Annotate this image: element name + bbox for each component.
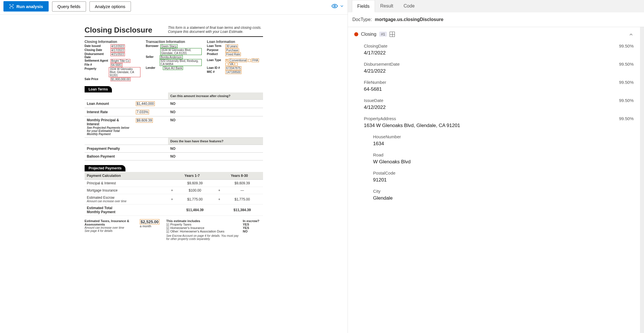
document-page: Closing Disclosure This form is a statem…: [76, 18, 272, 243]
answer: NO: [168, 108, 263, 116]
field-confidence: 99.50%: [619, 116, 634, 121]
fields-list[interactable]: Closing #1 ClosingDate99.50%4/17/2022Dis…: [348, 27, 640, 333]
results-pane: Fields Result Code DocType: mortgage.us.…: [348, 0, 644, 333]
field-label: FileNumber: [364, 80, 386, 85]
purpose-value: Purchase: [225, 48, 239, 52]
label: Sale Price: [85, 77, 109, 81]
field-value: 4/12/2022: [364, 105, 634, 110]
toolbar: Run analysis Query fields Analyze option…: [0, 0, 348, 15]
label: Lender: [146, 66, 161, 69]
visibility-chevron-icon[interactable]: [340, 4, 344, 9]
doctype-bar: DocType: mortgage.us.closingDisclosure: [348, 12, 644, 27]
doc-title: Closing Disclosure: [85, 26, 153, 35]
loan-amount-value: $1,440,000: [136, 101, 155, 106]
loan-type-fha: FHA: [251, 58, 259, 62]
tab-code[interactable]: Code: [399, 0, 420, 12]
seller-name: Bonita Anderson: [160, 55, 182, 59]
field-value: 1634 W Glenoaks Blvd, Glendale, CA 91201: [364, 123, 634, 128]
include-item: Other: Homeowner's Association Dues: [170, 230, 224, 233]
disbursement-date-value: 4/21/2022: [110, 52, 125, 56]
in-escrow-value: YES: [243, 223, 263, 226]
field-disbursementdate[interactable]: DisbursementDate99.50%4/21/2022: [348, 59, 640, 77]
document-viewer[interactable]: Closing Disclosure This form is a statem…: [0, 15, 348, 333]
sale-price-value: $1,800,000.00: [110, 77, 131, 81]
label: Principal & Interest: [85, 180, 169, 187]
tab-result[interactable]: Result: [375, 0, 398, 12]
in-escrow-value: NO: [243, 230, 263, 233]
field-propertyaddress[interactable]: PropertyAddress99.50%1634 W Glenoaks Blv…: [348, 114, 640, 132]
escrow-footnote: See Escrow Account on page 4 for details…: [166, 234, 239, 241]
label: Loan ID #: [207, 66, 224, 69]
label: Balloon Payment: [85, 153, 134, 160]
loan-information: Loan Information Loan Term30 years Purpo…: [207, 40, 263, 82]
col-years-8-30: Years 8-30: [216, 172, 263, 180]
subfield-housenumber[interactable]: HouseNumber1634: [348, 132, 640, 150]
field-value: W Glenoaks Blvd: [373, 159, 634, 165]
field-value: 4/21/2022: [364, 68, 634, 74]
label: Property: [85, 67, 107, 70]
projected-payments-tab: Projected Payments: [85, 165, 126, 171]
transaction-information: Transaction Information Borrower Gwen St…: [146, 40, 202, 82]
features-question: Does the loan have these features?: [168, 138, 263, 145]
loan-info-heading: Loan Information: [207, 40, 263, 44]
label: Prepayment Penalty: [85, 145, 134, 153]
status-dot-icon: [354, 32, 358, 36]
run-analysis-label: Run analysis: [16, 4, 43, 9]
label: Disbursement Date: [85, 52, 109, 59]
field-closingdate[interactable]: ClosingDate99.50%4/17/2022: [348, 41, 640, 59]
calc-header: Payment Calculation: [85, 172, 169, 180]
loan-type-va: VA: [229, 62, 234, 66]
subfield-road[interactable]: RoadW Glenoaks Blvd: [348, 150, 640, 168]
tab-fields[interactable]: Fields: [352, 0, 375, 12]
field-filenumber[interactable]: FileNumber99.50%64-5681: [348, 77, 640, 96]
loan-terms-tab: Loan Terms: [85, 86, 112, 92]
analyze-options-button[interactable]: Analyze options: [89, 1, 131, 12]
value: $1,775.00: [174, 194, 216, 205]
date-issued-value: 4/12/2022: [110, 44, 125, 48]
doc-intro: This form is a statement of final loan t…: [168, 26, 263, 34]
mpi-note: See Projected Payments below for your Es…: [87, 126, 131, 136]
checkbox-fha: [248, 59, 251, 62]
seller-addr: 920 University Blvd, Rexburg, CA 94954: [160, 59, 202, 66]
txn-info-heading: Transaction Information: [146, 40, 202, 44]
field-issuedate[interactable]: IssueDate99.50%4/12/2022: [348, 96, 640, 114]
field-value: 1634: [373, 141, 634, 147]
query-fields-button[interactable]: Query fields: [52, 1, 86, 12]
total-1: $11,484.39: [174, 205, 216, 216]
answer: NO: [168, 100, 263, 108]
label: Settlement Agent: [85, 59, 109, 62]
label: Estimated Total: [87, 206, 112, 210]
file-number-value: 64-5681: [110, 63, 123, 67]
in-escrow-header: In escrow?: [243, 219, 263, 223]
field-label: DisbursementDate: [364, 62, 400, 67]
loan-type-conventional: Conventional: [229, 58, 247, 62]
visibility-icon[interactable]: [331, 3, 338, 10]
label: Loan Term: [207, 44, 224, 48]
loan-terms-table: Can this amount increase after closing? …: [85, 92, 263, 160]
label: Interest Rate: [85, 108, 134, 116]
scrollbar[interactable]: [640, 27, 644, 333]
chevron-up-icon: [628, 31, 634, 37]
subfield-city[interactable]: CityGlendale: [348, 186, 640, 205]
label: Loan Type: [207, 58, 224, 62]
closing-date-value: 4/17/2022: [110, 48, 125, 52]
doctype-label: DocType:: [353, 17, 372, 22]
label: MIC #: [207, 70, 224, 73]
value: $9,609.39: [174, 180, 216, 187]
label: Monthly Payment: [87, 210, 115, 214]
escrow-section: Estimated Taxes, Insurance & Assessments…: [85, 219, 263, 241]
settlement-agent-value: Bright Title Co: [110, 59, 130, 63]
table-icon[interactable]: [390, 32, 395, 37]
subfield-postalcode[interactable]: PostalCode91201: [348, 168, 640, 186]
field-label: ClosingDate: [364, 43, 388, 48]
value: $9,609.39: [222, 180, 263, 187]
group-header-closing[interactable]: Closing #1: [348, 27, 640, 41]
run-analysis-button[interactable]: Run analysis: [3, 1, 49, 12]
label: File #: [85, 63, 109, 66]
field-confidence: 99.50%: [619, 43, 634, 48]
field-value: Glendale: [373, 195, 634, 201]
label: Purpose: [207, 48, 224, 52]
escrow-amount: $2,525.00: [140, 219, 159, 224]
label: Borrower: [146, 44, 158, 48]
increase-question: Can this amount increase after closing?: [168, 92, 263, 100]
